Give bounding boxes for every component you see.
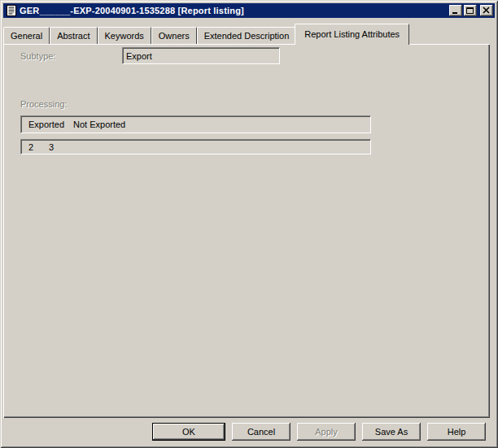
help-button[interactable]: Help (427, 423, 486, 441)
window-title: GER______-EXP-20040901-1535288 [Report l… (20, 6, 448, 15)
caption-buttons (448, 5, 493, 16)
tab-general[interactable]: General (3, 27, 50, 44)
column-header-exported: Exported (28, 120, 64, 129)
minimize-icon (451, 7, 461, 15)
ok-button[interactable]: OK (152, 423, 225, 441)
report-listing-attributes-panel: Subtype: Export Processing: Exported Not… (3, 44, 490, 418)
save-as-button[interactable]: Save As (362, 423, 421, 441)
title-bar: GER______-EXP-20040901-1535288 [Report l… (3, 3, 495, 18)
minimize-button[interactable] (449, 5, 462, 16)
tab-keywords[interactable]: Keywords (98, 27, 151, 44)
report-document-icon (6, 5, 17, 16)
processing-header-row: Exported Not Exported (20, 115, 371, 133)
close-icon (482, 7, 491, 15)
subtype-field[interactable]: Export (122, 47, 280, 64)
column-header-not-exported: Not Exported (73, 120, 125, 129)
value-exported-count: 2 (28, 142, 33, 152)
processing-values-row: 2 3 (20, 139, 371, 154)
tab-abstract[interactable]: Abstract (50, 27, 97, 44)
tab-report-listing-attributes[interactable]: Report Listing Attributes (295, 24, 409, 45)
dialog-button-row: OK Cancel Apply Save As Help (3, 422, 495, 441)
maximize-icon (465, 7, 475, 15)
tab-strip: General Abstract Keywords Owners Extende… (3, 24, 409, 44)
close-button[interactable] (480, 5, 493, 16)
maximize-button[interactable] (464, 5, 477, 16)
apply-button: Apply (297, 423, 356, 441)
value-not-exported-count: 3 (49, 142, 54, 152)
tab-owners[interactable]: Owners (151, 27, 197, 44)
tab-extended-description[interactable]: Extended Description (197, 27, 297, 44)
processing-label: Processing: (20, 99, 67, 109)
cancel-button[interactable]: Cancel (232, 423, 290, 441)
subtype-label: Subtype: (20, 51, 55, 61)
dialog-window: GER______-EXP-20040901-1535288 [Report l… (0, 0, 498, 448)
